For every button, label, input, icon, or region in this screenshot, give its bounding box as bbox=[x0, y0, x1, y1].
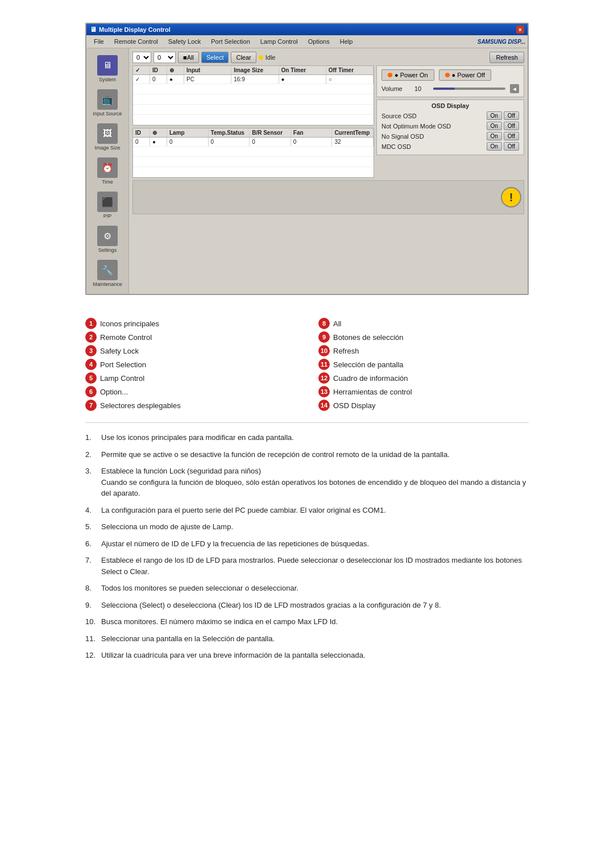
sidebar-item-system[interactable]: 🖥 System bbox=[88, 53, 127, 85]
legend-badge-6: 6 bbox=[85, 386, 97, 397]
menu-file[interactable]: File bbox=[89, 36, 109, 47]
lower-grid-header: ID ⊕ Lamp Temp.Status B/R Sensor Fan Cur… bbox=[133, 128, 374, 138]
osd-source-label: Source OSD bbox=[381, 113, 487, 119]
instruction-12: 12. Utilizar la cuadrícula para ver una … bbox=[85, 650, 529, 661]
legend-item-6: 6 Option... bbox=[85, 386, 296, 397]
instr-text-6: Ajustar el número de ID de LFD y la frec… bbox=[101, 538, 529, 550]
legend-item-7: 7 Selectores desplegables bbox=[85, 400, 296, 411]
legend-section: 1 Iconos principales 8 All 2 Remote Cont… bbox=[85, 318, 529, 411]
instr-text-5: Selecciona un modo de ajuste de Lamp. bbox=[101, 521, 529, 533]
legend-text-3: Safety Lock bbox=[100, 347, 139, 355]
instr-text-12: Utilizar la cuadrícula para ver una brev… bbox=[101, 650, 529, 661]
input-source-icon: 📺 bbox=[97, 89, 118, 110]
lower-empty-2 bbox=[133, 157, 374, 167]
sidebar-item-image-size[interactable]: 🖼 Image Size bbox=[88, 121, 127, 153]
sidebar-item-maintenance[interactable]: 🔧 Maintenance bbox=[88, 258, 127, 289]
cell-off-timer: ○ bbox=[326, 75, 374, 84]
sidebar-label-pip: PIP bbox=[103, 213, 112, 219]
sidebar-label-settings: Settings bbox=[98, 247, 117, 253]
refresh-button[interactable]: Refresh bbox=[489, 52, 524, 63]
sidebar-label-image-size: Image Size bbox=[94, 145, 120, 151]
all-button[interactable]: ■All bbox=[178, 52, 199, 63]
idle-label: Idle bbox=[265, 54, 276, 61]
select-button[interactable]: Select bbox=[201, 52, 229, 63]
upper-grid-row: ✓ 0 ● PC 16:9 ● ○ bbox=[133, 75, 374, 84]
instr-num-8: 8. bbox=[85, 583, 97, 594]
osd-mdc-btns: On Off bbox=[487, 142, 520, 151]
osd-no-signal-off[interactable]: Off bbox=[504, 132, 519, 140]
empty-row-1 bbox=[133, 84, 374, 94]
menu-help[interactable]: Help bbox=[335, 36, 358, 47]
volume-slider[interactable] bbox=[433, 88, 505, 90]
legend-text-7: Selectores desplegables bbox=[100, 401, 181, 410]
empty-row-4 bbox=[133, 115, 374, 125]
sidebar-item-settings[interactable]: ⚙ Settings bbox=[88, 223, 127, 255]
col-id: ID bbox=[150, 66, 167, 74]
lower-grid: ID ⊕ Lamp Temp.Status B/R Sensor Fan Cur… bbox=[132, 128, 374, 178]
system-icon: 🖥 bbox=[97, 55, 118, 76]
instr-text-2: Permite que se active o se desactive la … bbox=[101, 449, 529, 460]
legend-text-6: Option... bbox=[100, 388, 128, 396]
sidebar-label-time: Time bbox=[102, 179, 113, 185]
instr-num-10: 10. bbox=[85, 616, 97, 628]
sidebar-label-maintenance: Maintenance bbox=[93, 281, 122, 287]
legend-item-9: 9 Botones de selección bbox=[318, 331, 529, 343]
osd-not-optimum-on[interactable]: On bbox=[487, 122, 502, 130]
osd-not-optimum-off[interactable]: Off bbox=[504, 122, 519, 130]
osd-no-signal-btns: On Off bbox=[487, 132, 520, 140]
instruction-10: 10. Busca monitores. El número máximo se… bbox=[85, 616, 529, 628]
lower-cell-lamp: 0 bbox=[167, 138, 209, 146]
clear-button[interactable]: Clear bbox=[231, 52, 256, 63]
brand-logo: SAMSUNG DISP... bbox=[478, 39, 525, 45]
instruction-7: 7. Establece el rango de los ID de LFD p… bbox=[85, 555, 529, 577]
app-icon: 🖥 bbox=[90, 26, 97, 34]
osd-mdc-off[interactable]: Off bbox=[504, 142, 519, 151]
power-off-button[interactable]: ● Power Off bbox=[439, 69, 491, 81]
volume-slider-fill bbox=[433, 88, 455, 90]
menu-lamp-control[interactable]: Lamp Control bbox=[255, 36, 303, 47]
volume-arrow-button[interactable]: ◄ bbox=[510, 84, 519, 93]
osd-mdc-label: MDC OSD bbox=[381, 143, 487, 150]
legend-text-2: Remote Control bbox=[100, 333, 152, 342]
sidebar-label-input-source: Input Source bbox=[93, 111, 122, 117]
instruction-9: 9. Selecciona (Select) o deselecciona (C… bbox=[85, 600, 529, 611]
osd-no-signal-on[interactable]: On bbox=[487, 132, 502, 140]
osd-row-mdc: MDC OSD On Off bbox=[381, 142, 519, 151]
menu-port-selection[interactable]: Port Selection bbox=[206, 36, 255, 47]
legend-text-1: Iconos principales bbox=[100, 319, 159, 328]
main-content: 🖥 System 📺 Input Source 🖼 Image Size ⏰ T… bbox=[86, 48, 528, 294]
close-button[interactable]: × bbox=[516, 26, 524, 34]
instruction-3: 3. Establece la función Lock (seguridad … bbox=[85, 466, 529, 499]
legend-text-14: OSD Display bbox=[333, 401, 375, 410]
pip-icon: ⬛ bbox=[97, 192, 118, 212]
osd-source-on[interactable]: On bbox=[487, 111, 502, 120]
legend-text-12: Cuadro de información bbox=[333, 374, 408, 383]
lower-col-br-sensor: B/R Sensor bbox=[250, 128, 291, 137]
cell-id: 0 bbox=[150, 75, 167, 84]
instruction-11: 11. Seleccionar una pantalla en la Selec… bbox=[85, 633, 529, 645]
power-on-button[interactable]: ● Power On bbox=[381, 69, 434, 81]
instruction-5: 5. Selecciona un modo de ajuste de Lamp. bbox=[85, 521, 529, 533]
menu-safety-lock[interactable]: Safety Lock bbox=[163, 36, 206, 47]
sidebar-item-pip[interactable]: ⬛ PIP bbox=[88, 189, 127, 221]
menu-options[interactable]: Options bbox=[303, 36, 335, 47]
empty-row-2 bbox=[133, 94, 374, 105]
osd-mdc-on[interactable]: On bbox=[487, 142, 502, 151]
image-size-icon: 🖼 bbox=[97, 123, 118, 144]
id-end-select[interactable]: 099 bbox=[154, 52, 176, 63]
lower-empty-1 bbox=[133, 147, 374, 157]
osd-source-off[interactable]: Off bbox=[504, 111, 519, 120]
sidebar-item-input-source[interactable]: 📺 Input Source bbox=[88, 87, 127, 119]
legend-text-5: Lamp Control bbox=[100, 374, 144, 383]
legend-badge-13: 13 bbox=[318, 386, 330, 397]
instr-num-5: 5. bbox=[85, 521, 97, 533]
id-start-select[interactable]: 01 bbox=[132, 52, 151, 63]
cell-input: PC bbox=[184, 75, 231, 84]
legend-badge-8: 8 bbox=[318, 318, 330, 329]
menu-remote-control[interactable]: Remote Control bbox=[109, 36, 163, 47]
sidebar-item-time[interactable]: ⏰ Time bbox=[88, 155, 127, 187]
power-on-dot bbox=[388, 73, 392, 77]
legend-item-13: 13 Herramientas de control bbox=[318, 386, 529, 397]
cell-check: ✓ bbox=[133, 75, 150, 84]
instr-text-11: Seleccionar una pantalla en la Selección… bbox=[101, 633, 529, 645]
